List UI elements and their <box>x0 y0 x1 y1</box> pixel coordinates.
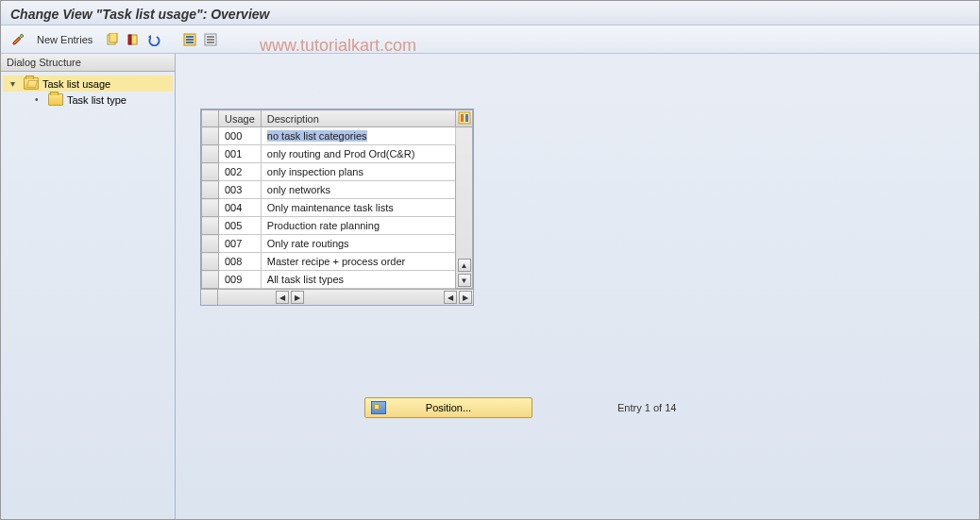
row-selector[interactable] <box>202 271 219 289</box>
copy-icon[interactable] <box>104 31 121 48</box>
svg-rect-5 <box>186 36 194 38</box>
row-selector[interactable] <box>202 253 219 271</box>
position-area: Position... Entry 1 of 14 <box>364 397 676 418</box>
scroll-up-icon[interactable]: ▲ <box>458 259 471 272</box>
usage-cell[interactable]: 001 <box>219 145 262 163</box>
position-button[interactable]: Position... <box>364 397 532 418</box>
delete-icon[interactable] <box>125 31 142 48</box>
row-selector[interactable] <box>202 199 219 217</box>
svg-rect-12 <box>459 112 470 124</box>
row-selector[interactable] <box>202 163 219 181</box>
dialog-structure-sidebar: Dialog Structure ▾ Task list usage • Tas… <box>1 54 176 519</box>
toolbar: New Entries <box>1 25 979 54</box>
row-selector[interactable] <box>202 235 219 253</box>
table-row[interactable]: 005Production rate planning <box>202 217 473 235</box>
table-row[interactable]: 007Only rate routings <box>202 235 473 253</box>
table-row[interactable]: 004Only maintenance task lists <box>202 199 473 217</box>
content-area: Usage Description 000no task list catego… <box>176 54 979 519</box>
svg-rect-9 <box>207 36 214 38</box>
undo-icon[interactable] <box>145 31 162 48</box>
description-cell[interactable]: Only maintenance task lists <box>261 199 455 217</box>
row-selector[interactable] <box>202 127 219 145</box>
svg-rect-10 <box>207 39 214 41</box>
column-description[interactable]: Description <box>261 110 455 127</box>
table-row[interactable]: 000no task list categories▲▼ <box>202 127 473 145</box>
svg-rect-6 <box>186 39 194 41</box>
tree-node-task-list-usage[interactable]: ▾ Task list usage <box>3 75 173 92</box>
usage-cell[interactable]: 002 <box>219 163 262 181</box>
toggle-change-icon[interactable] <box>10 31 27 48</box>
scroll-down-icon[interactable]: ▼ <box>458 274 471 287</box>
position-button-label: Position... <box>426 402 471 413</box>
tree-node-task-list-type[interactable]: • Task list type <box>3 92 173 108</box>
scroll-left-icon-2[interactable]: ◀ <box>444 291 457 304</box>
sidebar-header: Dialog Structure <box>1 54 175 72</box>
page-title: Change View "Task list usage": Overview <box>10 7 269 22</box>
svg-rect-11 <box>207 42 214 43</box>
row-selector[interactable] <box>202 181 219 199</box>
row-selector[interactable] <box>202 145 219 163</box>
description-cell[interactable]: only inspection plans <box>261 163 455 181</box>
usage-cell[interactable]: 007 <box>219 235 262 253</box>
scroll-left-icon-1[interactable]: ◀ <box>276 291 289 304</box>
description-cell[interactable]: only routing and Prod Ord(C&R) <box>261 145 455 163</box>
table-row[interactable]: 008Master recipe + process order <box>202 253 473 271</box>
svg-rect-7 <box>186 42 194 43</box>
usage-cell[interactable]: 008 <box>219 253 262 271</box>
table-row[interactable]: 002only inspection plans <box>202 163 473 181</box>
table-row[interactable]: 001only routing and Prod Ord(C&R) <box>202 145 473 163</box>
svg-rect-1 <box>110 33 117 42</box>
table-config-column <box>456 110 473 127</box>
description-cell[interactable]: All task list types <box>261 271 455 289</box>
description-cell[interactable]: Master recipe + process order <box>261 253 455 271</box>
row-selector-header[interactable] <box>202 110 219 127</box>
tree-node-label: Task list type <box>67 94 127 106</box>
description-cell[interactable]: Production rate planning <box>261 217 455 235</box>
usage-cell[interactable]: 003 <box>219 181 262 199</box>
tree: ▾ Task list usage • Task list type <box>1 72 175 111</box>
usage-cell[interactable]: 009 <box>219 271 262 289</box>
svg-rect-13 <box>461 114 464 122</box>
vertical-scrollbar[interactable]: ▲▼ <box>456 127 473 289</box>
collapse-icon[interactable]: ▾ <box>10 78 20 89</box>
svg-rect-14 <box>465 114 468 122</box>
description-cell[interactable]: no task list categories <box>261 127 455 145</box>
table-row[interactable]: 003only networks <box>202 181 473 199</box>
bullet-icon: • <box>35 94 44 105</box>
select-all-icon[interactable] <box>181 31 198 48</box>
entry-status: Entry 1 of 14 <box>617 402 676 413</box>
horizontal-scrollbar[interactable]: ◀ ▶ ◀ ▶ <box>201 289 473 305</box>
scroll-right-icon-1[interactable]: ▶ <box>291 291 304 304</box>
usage-cell[interactable]: 004 <box>219 199 262 217</box>
tree-node-label: Task list usage <box>42 78 110 90</box>
table-settings-icon[interactable] <box>457 110 472 126</box>
description-cell[interactable]: only networks <box>261 181 455 199</box>
deselect-all-icon[interactable] <box>202 31 219 48</box>
title-bar: Change View "Task list usage": Overview <box>1 1 979 25</box>
scroll-right-icon-2[interactable]: ▶ <box>459 291 472 304</box>
usage-cell[interactable]: 005 <box>219 217 262 235</box>
usage-cell[interactable]: 000 <box>219 127 262 145</box>
usage-table: Usage Description 000no task list catego… <box>200 109 474 306</box>
svg-rect-3 <box>128 35 131 44</box>
folder-open-icon <box>24 77 39 90</box>
main-area: Dialog Structure ▾ Task list usage • Tas… <box>1 54 979 519</box>
folder-icon <box>48 93 63 106</box>
position-icon <box>371 401 386 414</box>
new-entries-button[interactable]: New Entries <box>37 34 93 45</box>
description-cell[interactable]: Only rate routings <box>261 235 455 253</box>
row-selector[interactable] <box>202 217 219 235</box>
table-row[interactable]: 009All task list types <box>202 271 473 289</box>
column-usage[interactable]: Usage <box>219 110 262 127</box>
